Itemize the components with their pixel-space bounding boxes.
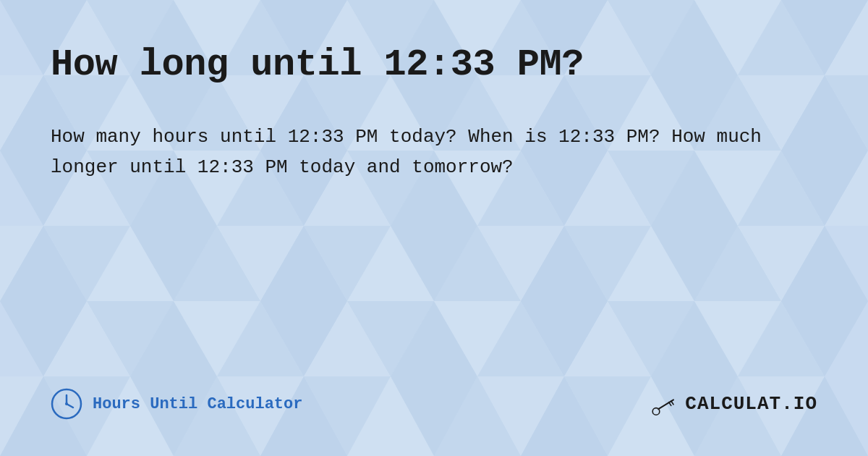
footer: Hours Until Calculator CALCULAT.IO	[51, 388, 817, 427]
page-title: How long until 12:33 PM?	[51, 43, 817, 86]
svg-point-124	[65, 402, 68, 405]
footer-logo-text: CALCULAT.IO	[685, 393, 817, 415]
calculat-icon	[650, 389, 679, 418]
svg-line-128	[671, 401, 673, 405]
page-description: How many hours until 12:33 PM today? Whe…	[51, 122, 817, 182]
footer-brand-label: Hours Until Calculator	[93, 395, 302, 413]
clock-icon	[51, 388, 82, 420]
footer-right: CALCULAT.IO	[650, 389, 817, 418]
footer-left: Hours Until Calculator	[51, 388, 302, 420]
